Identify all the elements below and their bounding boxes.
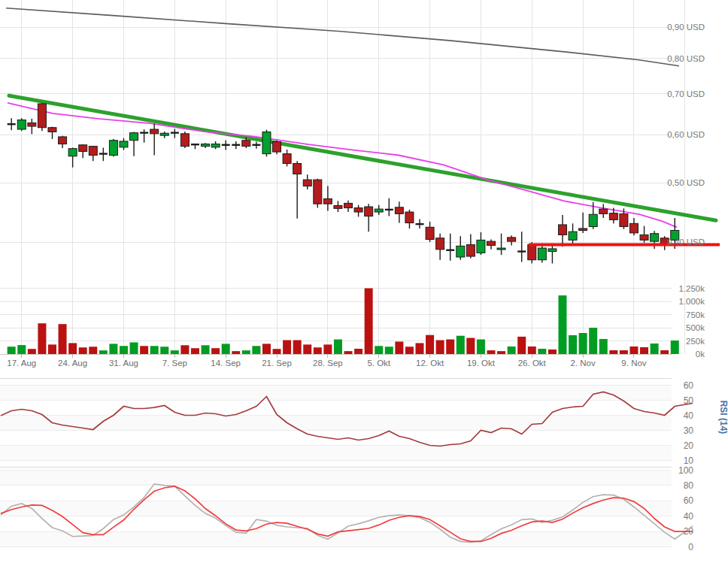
volume-bar: [211, 348, 220, 354]
volume-bar: [344, 351, 353, 354]
volume-bar: [171, 350, 179, 354]
volume-bar: [262, 343, 271, 354]
date-label: 17. Aug: [7, 359, 36, 368]
candle-body: [150, 129, 159, 134]
volume-bar: [558, 295, 566, 354]
price-axis-label: 0,60 USD: [667, 130, 705, 139]
volume-bar: [497, 351, 505, 354]
volume-bar: [242, 350, 250, 354]
candle-body: [211, 144, 220, 147]
volume-bar: [293, 340, 302, 354]
volume-bar: [314, 347, 322, 354]
candle-body: [354, 208, 362, 212]
rsi-axis-label: 60: [684, 380, 694, 391]
candle-body: [89, 147, 97, 156]
candle-body: [538, 248, 546, 260]
date-label: 5. Okt: [367, 359, 390, 368]
date-label: 14. Sep: [211, 359, 241, 368]
volume-bar: [130, 342, 138, 354]
volume-bar: [8, 347, 16, 354]
date-label: 7. Sep: [162, 359, 187, 368]
volume-bar: [426, 335, 434, 354]
volume-bar: [436, 340, 444, 354]
volume-bar: [252, 346, 260, 354]
volume-bar: [180, 345, 189, 354]
volume-bar: [59, 324, 67, 354]
candlestick-chart-canvas[interactable]: 0,90 USD0,80 USD0,70 USD0,60 USD0,50 USD…: [0, 0, 728, 575]
moving-average-long-line: [6, 8, 679, 66]
volume-bar: [323, 344, 332, 354]
volume-bar: [446, 340, 454, 354]
volume-axis-label: 0k: [696, 350, 705, 359]
volume-bar: [303, 344, 311, 354]
volume-bar: [457, 336, 465, 354]
stochastic-axis-label: 100: [678, 465, 693, 476]
volume-bar: [365, 289, 373, 355]
volume-bar: [28, 349, 36, 354]
volume-bar: [232, 351, 240, 354]
candle-body: [548, 249, 557, 252]
candle-body: [303, 180, 311, 186]
volume-bar: [38, 323, 46, 354]
volume-bar: [120, 346, 128, 354]
price-axis-label: 0,50 USD: [667, 178, 705, 187]
volume-bar: [79, 347, 87, 354]
volume-bar: [273, 349, 281, 354]
volume-bar: [538, 349, 546, 354]
candle-body: [202, 144, 210, 147]
candle-body: [38, 104, 46, 128]
price-axis-label: 0,70 USD: [667, 89, 705, 98]
candle-body: [323, 198, 332, 204]
volume-bar: [283, 340, 291, 354]
rsi-axis-label: 40: [684, 410, 694, 421]
volume-bar: [375, 346, 383, 354]
volume-axis-label: 1.250k: [678, 284, 705, 293]
volume-bar: [528, 347, 536, 354]
candle-body: [569, 232, 577, 240]
candle-body: [620, 213, 628, 226]
volume-bar: [477, 340, 485, 354]
volume-bar: [99, 350, 108, 354]
volume-bar: [395, 341, 403, 354]
candle-body: [79, 145, 87, 152]
volume-bar: [466, 338, 475, 354]
candle-body: [314, 180, 322, 204]
volume-bar: [150, 346, 159, 354]
candle-body: [477, 240, 485, 253]
volume-bar: [416, 343, 424, 354]
volume-bar: [109, 343, 117, 354]
candle-body: [640, 235, 648, 240]
volume-bar: [589, 328, 597, 354]
volume-bar: [548, 350, 557, 354]
candle-body: [589, 214, 597, 226]
volume-bar: [609, 350, 617, 354]
candle-body: [109, 141, 117, 156]
stochastic-axis-label: 60: [684, 495, 694, 506]
volume-bar: [202, 345, 210, 354]
candle-body: [487, 241, 495, 245]
volume-bar: [191, 348, 199, 354]
candle-body: [48, 128, 56, 132]
candle-body: [160, 133, 168, 135]
stochastic-band: [0, 471, 672, 486]
candle-body: [273, 142, 281, 153]
candle-body: [436, 238, 444, 250]
volume-bar: [385, 347, 393, 354]
volume-bar: [487, 350, 495, 354]
volume-bars-group: [8, 289, 679, 355]
volume-bar: [517, 337, 526, 354]
candle-body: [344, 203, 353, 207]
stock-chart-root: 0,90 USD0,80 USD0,70 USD0,60 USD0,50 USD…: [0, 0, 728, 575]
date-label: 12. Okt: [416, 359, 444, 368]
candle-body: [497, 248, 505, 250]
candle-body: [283, 154, 291, 164]
volume-bar: [640, 347, 648, 354]
volume-bar: [671, 340, 679, 354]
candle-body: [59, 137, 67, 144]
rsi-axis-label: 20: [684, 440, 694, 451]
candle-body: [528, 245, 536, 260]
stochastic-axis-label: 40: [684, 511, 694, 522]
volume-bar: [579, 333, 587, 354]
date-label: 26. Okt: [518, 359, 547, 368]
candle-body: [558, 225, 566, 235]
